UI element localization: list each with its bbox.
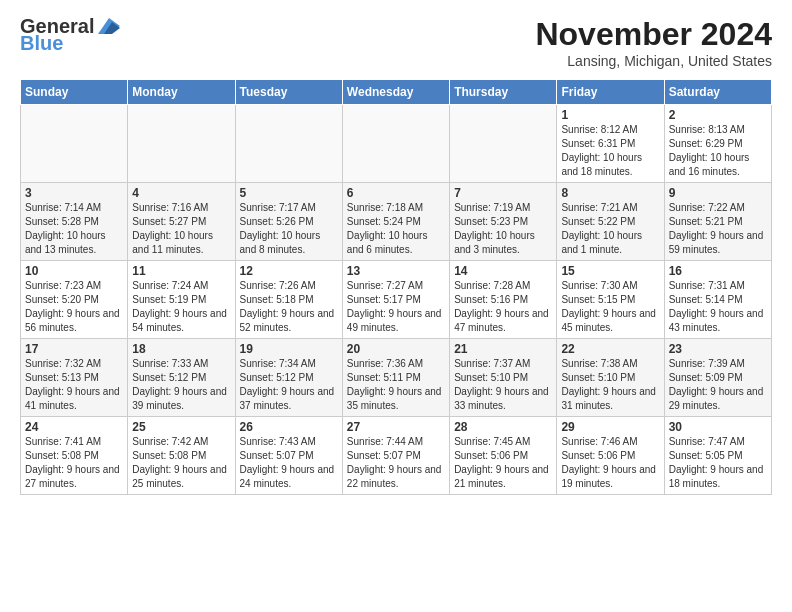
day-info: Sunrise: 7:21 AM Sunset: 5:22 PM Dayligh… xyxy=(561,201,659,257)
calendar-cell: 6Sunrise: 7:18 AM Sunset: 5:24 PM Daylig… xyxy=(342,183,449,261)
day-info: Sunrise: 7:17 AM Sunset: 5:26 PM Dayligh… xyxy=(240,201,338,257)
day-info: Sunrise: 7:24 AM Sunset: 5:19 PM Dayligh… xyxy=(132,279,230,335)
day-number: 15 xyxy=(561,264,659,278)
day-info: Sunrise: 8:13 AM Sunset: 6:29 PM Dayligh… xyxy=(669,123,767,179)
day-number: 30 xyxy=(669,420,767,434)
calendar-cell: 11Sunrise: 7:24 AM Sunset: 5:19 PM Dayli… xyxy=(128,261,235,339)
day-info: Sunrise: 7:38 AM Sunset: 5:10 PM Dayligh… xyxy=(561,357,659,413)
day-info: Sunrise: 7:47 AM Sunset: 5:05 PM Dayligh… xyxy=(669,435,767,491)
day-number: 4 xyxy=(132,186,230,200)
day-number: 9 xyxy=(669,186,767,200)
calendar: SundayMondayTuesdayWednesdayThursdayFrid… xyxy=(20,79,772,495)
day-number: 16 xyxy=(669,264,767,278)
calendar-week-4: 17Sunrise: 7:32 AM Sunset: 5:13 PM Dayli… xyxy=(21,339,772,417)
calendar-cell: 14Sunrise: 7:28 AM Sunset: 5:16 PM Dayli… xyxy=(450,261,557,339)
day-number: 18 xyxy=(132,342,230,356)
day-info: Sunrise: 7:27 AM Sunset: 5:17 PM Dayligh… xyxy=(347,279,445,335)
calendar-cell: 5Sunrise: 7:17 AM Sunset: 5:26 PM Daylig… xyxy=(235,183,342,261)
day-info: Sunrise: 7:42 AM Sunset: 5:08 PM Dayligh… xyxy=(132,435,230,491)
day-info: Sunrise: 7:19 AM Sunset: 5:23 PM Dayligh… xyxy=(454,201,552,257)
calendar-cell xyxy=(21,105,128,183)
day-number: 29 xyxy=(561,420,659,434)
calendar-cell: 8Sunrise: 7:21 AM Sunset: 5:22 PM Daylig… xyxy=(557,183,664,261)
calendar-cell xyxy=(128,105,235,183)
day-number: 5 xyxy=(240,186,338,200)
weekday-header-row: SundayMondayTuesdayWednesdayThursdayFrid… xyxy=(21,80,772,105)
day-info: Sunrise: 7:32 AM Sunset: 5:13 PM Dayligh… xyxy=(25,357,123,413)
day-number: 20 xyxy=(347,342,445,356)
day-info: Sunrise: 7:16 AM Sunset: 5:27 PM Dayligh… xyxy=(132,201,230,257)
title-block: November 2024 Lansing, Michigan, United … xyxy=(535,16,772,69)
calendar-cell: 23Sunrise: 7:39 AM Sunset: 5:09 PM Dayli… xyxy=(664,339,771,417)
logo-icon xyxy=(98,18,120,34)
calendar-week-3: 10Sunrise: 7:23 AM Sunset: 5:20 PM Dayli… xyxy=(21,261,772,339)
day-number: 21 xyxy=(454,342,552,356)
day-number: 19 xyxy=(240,342,338,356)
calendar-cell: 1Sunrise: 8:12 AM Sunset: 6:31 PM Daylig… xyxy=(557,105,664,183)
calendar-cell: 27Sunrise: 7:44 AM Sunset: 5:07 PM Dayli… xyxy=(342,417,449,495)
calendar-week-2: 3Sunrise: 7:14 AM Sunset: 5:28 PM Daylig… xyxy=(21,183,772,261)
day-number: 11 xyxy=(132,264,230,278)
calendar-cell: 7Sunrise: 7:19 AM Sunset: 5:23 PM Daylig… xyxy=(450,183,557,261)
weekday-header-tuesday: Tuesday xyxy=(235,80,342,105)
calendar-cell: 16Sunrise: 7:31 AM Sunset: 5:14 PM Dayli… xyxy=(664,261,771,339)
day-number: 7 xyxy=(454,186,552,200)
day-info: Sunrise: 7:36 AM Sunset: 5:11 PM Dayligh… xyxy=(347,357,445,413)
calendar-cell xyxy=(235,105,342,183)
day-number: 13 xyxy=(347,264,445,278)
day-info: Sunrise: 7:33 AM Sunset: 5:12 PM Dayligh… xyxy=(132,357,230,413)
day-number: 6 xyxy=(347,186,445,200)
day-info: Sunrise: 7:14 AM Sunset: 5:28 PM Dayligh… xyxy=(25,201,123,257)
day-info: Sunrise: 7:30 AM Sunset: 5:15 PM Dayligh… xyxy=(561,279,659,335)
logo: General Blue xyxy=(20,16,120,55)
day-number: 22 xyxy=(561,342,659,356)
calendar-cell: 21Sunrise: 7:37 AM Sunset: 5:10 PM Dayli… xyxy=(450,339,557,417)
day-number: 17 xyxy=(25,342,123,356)
day-info: Sunrise: 8:12 AM Sunset: 6:31 PM Dayligh… xyxy=(561,123,659,179)
day-info: Sunrise: 7:37 AM Sunset: 5:10 PM Dayligh… xyxy=(454,357,552,413)
calendar-cell xyxy=(342,105,449,183)
calendar-week-5: 24Sunrise: 7:41 AM Sunset: 5:08 PM Dayli… xyxy=(21,417,772,495)
location: Lansing, Michigan, United States xyxy=(535,53,772,69)
weekday-header-monday: Monday xyxy=(128,80,235,105)
day-number: 8 xyxy=(561,186,659,200)
calendar-cell: 3Sunrise: 7:14 AM Sunset: 5:28 PM Daylig… xyxy=(21,183,128,261)
month-title: November 2024 xyxy=(535,16,772,53)
weekday-header-thursday: Thursday xyxy=(450,80,557,105)
day-number: 14 xyxy=(454,264,552,278)
calendar-cell: 30Sunrise: 7:47 AM Sunset: 5:05 PM Dayli… xyxy=(664,417,771,495)
calendar-cell: 29Sunrise: 7:46 AM Sunset: 5:06 PM Dayli… xyxy=(557,417,664,495)
calendar-cell: 28Sunrise: 7:45 AM Sunset: 5:06 PM Dayli… xyxy=(450,417,557,495)
day-info: Sunrise: 7:41 AM Sunset: 5:08 PM Dayligh… xyxy=(25,435,123,491)
day-number: 12 xyxy=(240,264,338,278)
day-info: Sunrise: 7:23 AM Sunset: 5:20 PM Dayligh… xyxy=(25,279,123,335)
calendar-cell: 10Sunrise: 7:23 AM Sunset: 5:20 PM Dayli… xyxy=(21,261,128,339)
calendar-week-1: 1Sunrise: 8:12 AM Sunset: 6:31 PM Daylig… xyxy=(21,105,772,183)
weekday-header-wednesday: Wednesday xyxy=(342,80,449,105)
day-info: Sunrise: 7:22 AM Sunset: 5:21 PM Dayligh… xyxy=(669,201,767,257)
day-info: Sunrise: 7:44 AM Sunset: 5:07 PM Dayligh… xyxy=(347,435,445,491)
day-info: Sunrise: 7:31 AM Sunset: 5:14 PM Dayligh… xyxy=(669,279,767,335)
day-info: Sunrise: 7:46 AM Sunset: 5:06 PM Dayligh… xyxy=(561,435,659,491)
calendar-cell: 12Sunrise: 7:26 AM Sunset: 5:18 PM Dayli… xyxy=(235,261,342,339)
day-number: 24 xyxy=(25,420,123,434)
calendar-cell: 19Sunrise: 7:34 AM Sunset: 5:12 PM Dayli… xyxy=(235,339,342,417)
calendar-cell: 4Sunrise: 7:16 AM Sunset: 5:27 PM Daylig… xyxy=(128,183,235,261)
day-number: 28 xyxy=(454,420,552,434)
calendar-cell: 13Sunrise: 7:27 AM Sunset: 5:17 PM Dayli… xyxy=(342,261,449,339)
day-number: 2 xyxy=(669,108,767,122)
day-number: 27 xyxy=(347,420,445,434)
day-info: Sunrise: 7:39 AM Sunset: 5:09 PM Dayligh… xyxy=(669,357,767,413)
calendar-cell: 15Sunrise: 7:30 AM Sunset: 5:15 PM Dayli… xyxy=(557,261,664,339)
weekday-header-saturday: Saturday xyxy=(664,80,771,105)
calendar-cell: 22Sunrise: 7:38 AM Sunset: 5:10 PM Dayli… xyxy=(557,339,664,417)
calendar-cell: 26Sunrise: 7:43 AM Sunset: 5:07 PM Dayli… xyxy=(235,417,342,495)
day-info: Sunrise: 7:45 AM Sunset: 5:06 PM Dayligh… xyxy=(454,435,552,491)
day-info: Sunrise: 7:43 AM Sunset: 5:07 PM Dayligh… xyxy=(240,435,338,491)
calendar-cell: 25Sunrise: 7:42 AM Sunset: 5:08 PM Dayli… xyxy=(128,417,235,495)
calendar-cell xyxy=(450,105,557,183)
day-info: Sunrise: 7:18 AM Sunset: 5:24 PM Dayligh… xyxy=(347,201,445,257)
day-info: Sunrise: 7:26 AM Sunset: 5:18 PM Dayligh… xyxy=(240,279,338,335)
weekday-header-sunday: Sunday xyxy=(21,80,128,105)
day-number: 26 xyxy=(240,420,338,434)
